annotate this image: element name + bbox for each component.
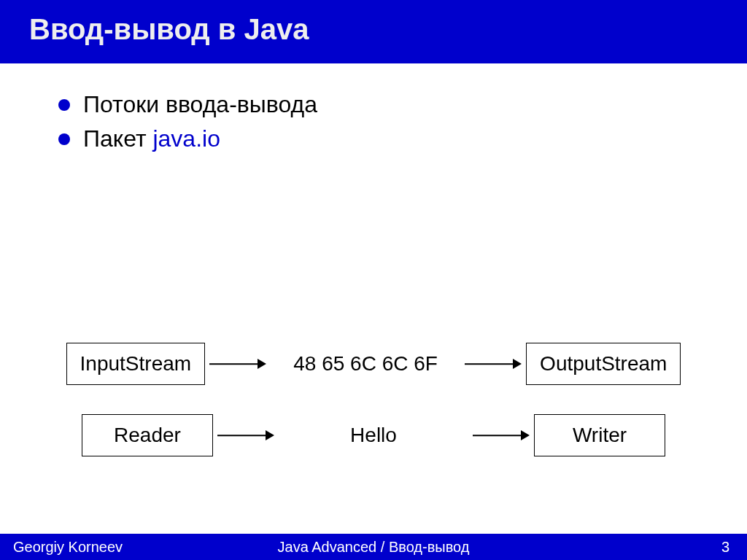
- diagram-row-chars: Reader Hello Writer: [0, 414, 747, 456]
- footer-page-number: 3: [721, 539, 729, 556]
- footer: Georgiy Korneev Java Advanced / Ввод-выв…: [0, 534, 747, 560]
- footer-author: Georgiy Korneev: [13, 539, 123, 556]
- box-outputstream: OutputStream: [526, 343, 681, 385]
- label-hex: 48 65 6C 6C 6F: [271, 352, 460, 376]
- arrow-icon: [213, 427, 279, 444]
- box-inputstream: InputStream: [66, 343, 206, 385]
- diagram-row-bytes: InputStream 48 65 6C 6C 6F OutputStream: [0, 343, 747, 385]
- box-reader: Reader: [82, 414, 213, 456]
- content-area: Потоки ввода-вывода Пакет java.io: [0, 63, 747, 152]
- bullet-text: Потоки ввода-вывода: [83, 91, 317, 118]
- bullet-icon: [58, 99, 70, 111]
- box-writer: Writer: [534, 414, 665, 456]
- bullet-text-prefix: Пакет: [83, 125, 152, 152]
- bullet-text-code: java.io: [152, 125, 220, 152]
- bullet-item-1: Потоки ввода-вывода: [58, 91, 703, 118]
- arrow-icon: [468, 427, 534, 444]
- bullet-icon: [58, 133, 70, 145]
- slide-title: Ввод-вывод в Java: [0, 0, 747, 63]
- arrow-icon: [460, 355, 526, 373]
- bullet-item-2: Пакет java.io: [58, 125, 703, 152]
- label-hello: Hello: [279, 424, 468, 447]
- bullet-text: Пакет java.io: [83, 125, 220, 152]
- diagram: InputStream 48 65 6C 6C 6F OutputStream …: [0, 343, 747, 486]
- arrow-icon: [205, 355, 271, 373]
